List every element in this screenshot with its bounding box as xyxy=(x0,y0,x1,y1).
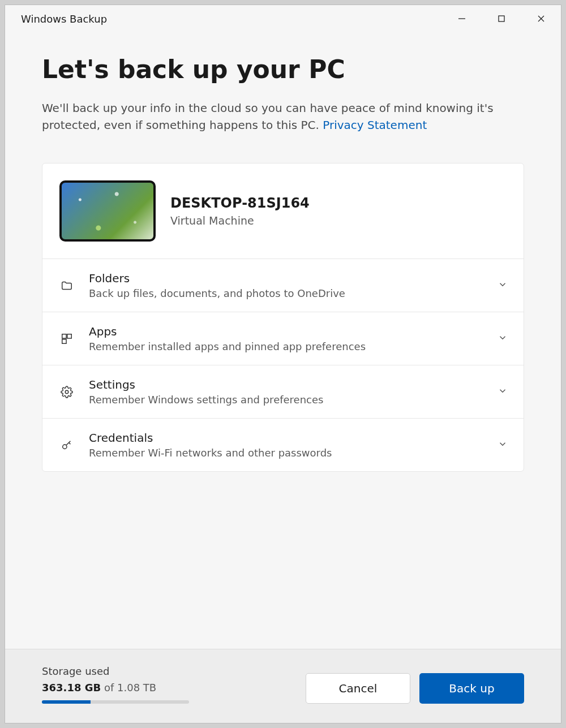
item-subtitle: Back up files, documents, and photos to … xyxy=(89,287,483,299)
item-apps[interactable]: Apps Remember installed apps and pinned … xyxy=(42,312,524,365)
chevron-down-icon xyxy=(498,386,508,398)
item-subtitle: Remember Windows settings and preference… xyxy=(89,394,483,406)
item-text: Settings Remember Windows settings and p… xyxy=(89,378,483,406)
device-row: DESKTOP-81SJ164 Virtual Machine xyxy=(42,163,524,259)
item-text: Apps Remember installed apps and pinned … xyxy=(89,325,483,352)
window: Windows Backup Let's back up your PC We'… xyxy=(5,5,561,723)
backup-card: DESKTOP-81SJ164 Virtual Machine Folders … xyxy=(42,163,524,472)
item-title: Settings xyxy=(89,378,483,391)
svg-rect-4 xyxy=(62,334,66,338)
privacy-link[interactable]: Privacy Statement xyxy=(323,118,427,132)
chevron-down-icon xyxy=(498,439,508,451)
page-title: Let's back up your PC xyxy=(42,55,524,84)
backup-button[interactable]: Back up xyxy=(419,673,524,704)
item-title: Credentials xyxy=(89,431,483,445)
apps-icon xyxy=(59,333,74,345)
storage-progress-fill xyxy=(42,700,91,704)
maximize-icon xyxy=(498,15,505,23)
minimize-button[interactable] xyxy=(442,5,482,32)
storage-used: 363.18 GB xyxy=(42,682,101,693)
item-subtitle: Remember installed apps and pinned app p… xyxy=(89,341,483,352)
svg-point-8 xyxy=(63,445,67,449)
folder-icon xyxy=(59,279,74,292)
footer: Storage used 363.18 GB of 1.08 TB Cancel… xyxy=(5,649,561,723)
key-icon xyxy=(59,439,74,451)
item-subtitle: Remember Wi-Fi networks and other passwo… xyxy=(89,447,483,459)
device-info: DESKTOP-81SJ164 Virtual Machine xyxy=(170,195,310,227)
item-text: Folders Back up files, documents, and ph… xyxy=(89,272,483,299)
svg-rect-5 xyxy=(67,334,71,338)
chevron-down-icon xyxy=(498,333,508,345)
close-icon xyxy=(537,14,546,23)
storage-label: Storage used xyxy=(42,665,189,677)
content: Let's back up your PC We'll back up your… xyxy=(5,32,561,649)
device-name: DESKTOP-81SJ164 xyxy=(170,195,310,211)
item-title: Folders xyxy=(89,272,483,285)
window-title: Windows Backup xyxy=(21,13,442,25)
storage-section: Storage used 363.18 GB of 1.08 TB xyxy=(42,665,189,704)
window-controls xyxy=(442,5,561,32)
minimize-icon xyxy=(457,14,466,23)
gear-icon xyxy=(59,386,74,398)
item-settings[interactable]: Settings Remember Windows settings and p… xyxy=(42,365,524,419)
svg-rect-6 xyxy=(62,339,66,343)
close-button[interactable] xyxy=(521,5,561,32)
storage-total: 1.08 TB xyxy=(117,682,156,693)
svg-point-7 xyxy=(65,390,68,394)
chevron-down-icon xyxy=(498,279,508,292)
storage-values: 363.18 GB of 1.08 TB xyxy=(42,682,189,693)
cancel-button[interactable]: Cancel xyxy=(306,673,410,704)
titlebar: Windows Backup xyxy=(5,5,561,32)
device-type: Virtual Machine xyxy=(170,214,310,227)
page-description: We'll back up your info in the cloud so … xyxy=(42,100,524,133)
item-folders[interactable]: Folders Back up files, documents, and ph… xyxy=(42,259,524,312)
footer-buttons: Cancel Back up xyxy=(306,673,524,704)
maximize-button[interactable] xyxy=(482,5,521,32)
item-title: Apps xyxy=(89,325,483,338)
svg-rect-1 xyxy=(499,16,504,21)
storage-progress xyxy=(42,700,189,704)
item-credentials[interactable]: Credentials Remember Wi-Fi networks and … xyxy=(42,419,524,471)
device-thumbnail xyxy=(59,180,156,242)
item-text: Credentials Remember Wi-Fi networks and … xyxy=(89,431,483,459)
storage-of: of xyxy=(104,682,114,693)
